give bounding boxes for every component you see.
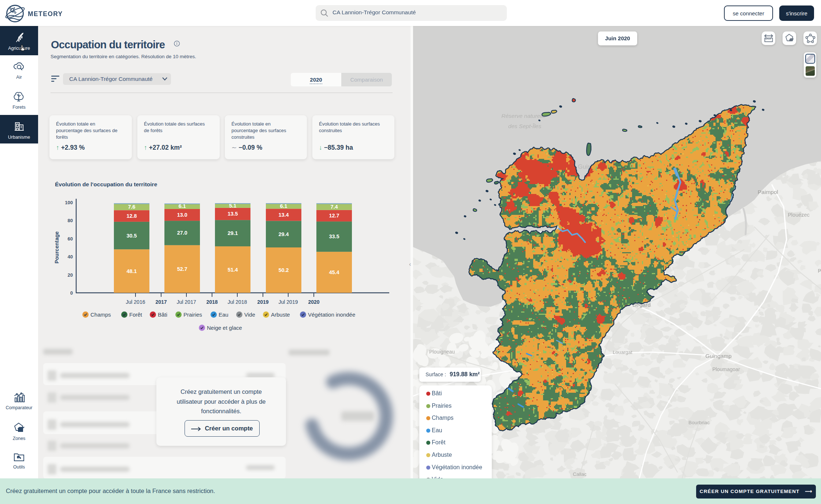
svg-text:45.4: 45.4 xyxy=(329,269,339,275)
svg-text:2017: 2017 xyxy=(155,299,167,304)
svg-text:100: 100 xyxy=(65,200,73,205)
svg-text:29.4: 29.4 xyxy=(278,231,289,237)
svg-text:13.5: 13.5 xyxy=(227,211,238,217)
svg-text:7.4: 7.4 xyxy=(330,204,338,210)
svg-text:13.4: 13.4 xyxy=(278,212,289,218)
svg-text:2019: 2019 xyxy=(257,299,268,304)
svg-text:13.0: 13.0 xyxy=(177,212,187,218)
svg-text:Jul 2018: Jul 2018 xyxy=(228,299,247,304)
svg-text:Jul 2017: Jul 2017 xyxy=(177,299,196,304)
svg-text:7.6: 7.6 xyxy=(128,204,135,210)
svg-text:20: 20 xyxy=(68,272,73,278)
svg-text:40: 40 xyxy=(68,254,73,260)
svg-text:12.7: 12.7 xyxy=(329,213,339,219)
svg-text:52.7: 52.7 xyxy=(177,266,187,272)
svg-text:0: 0 xyxy=(70,290,73,296)
svg-text:2018: 2018 xyxy=(206,299,218,304)
svg-text:Jul 2016: Jul 2016 xyxy=(126,299,145,304)
svg-text:Pourcentage: Pourcentage xyxy=(54,231,60,264)
svg-text:Jul 2019: Jul 2019 xyxy=(279,299,298,304)
svg-text:27.0: 27.0 xyxy=(177,230,187,236)
svg-text:48.1: 48.1 xyxy=(126,268,137,274)
svg-text:60: 60 xyxy=(68,236,73,242)
svg-text:50.2: 50.2 xyxy=(278,267,289,273)
svg-text:51.4: 51.4 xyxy=(227,267,238,273)
svg-text:2020: 2020 xyxy=(308,299,319,304)
svg-text:80: 80 xyxy=(68,218,73,223)
svg-text:12.8: 12.8 xyxy=(126,213,137,219)
svg-text:29.1: 29.1 xyxy=(227,230,238,236)
svg-text:33.5: 33.5 xyxy=(329,234,339,239)
svg-text:30.5: 30.5 xyxy=(126,233,137,239)
